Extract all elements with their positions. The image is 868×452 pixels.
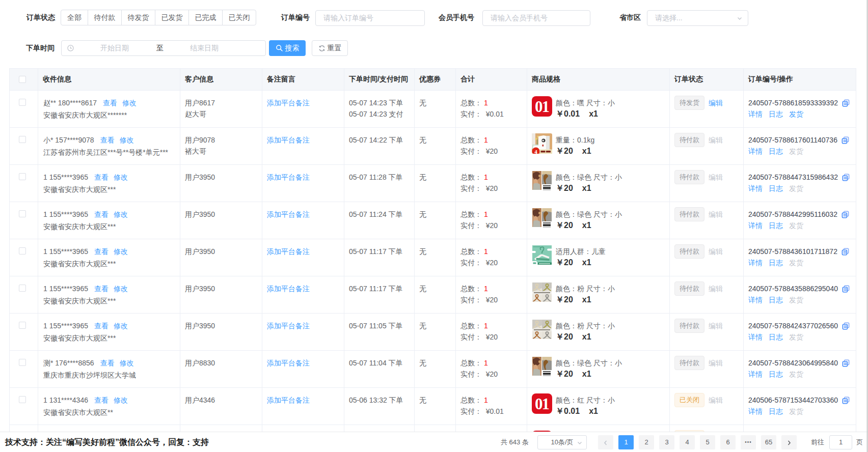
svg-text:01: 01: [535, 395, 549, 413]
svg-text:4: 4: [534, 149, 537, 154]
svg-text:01: 01: [535, 98, 549, 116]
